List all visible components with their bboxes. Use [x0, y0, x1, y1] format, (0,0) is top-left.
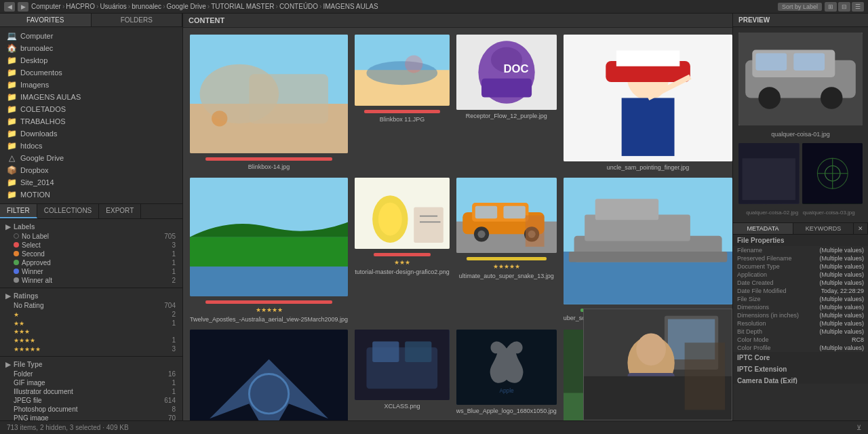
thumb-blinkbox11[interactable]: Blinkbox 11.JPG — [355, 35, 450, 171]
labels-header: ▶ Labels — [0, 222, 182, 232]
sidebar-item-desktop[interactable]: 📁 Desktop — [0, 54, 182, 66]
sidebar-item-computer[interactable]: 💻 Computer — [0, 30, 182, 42]
home-icon: 🏠 — [7, 43, 16, 53]
thumb-australia[interactable]: ★★★★★ Twelve_Apostles_-Australia_aerial_… — [190, 178, 348, 323]
view-grid-med[interactable]: ⊟ — [838, 2, 850, 12]
thumb-ship[interactable]: uber_soviet_missile_battleship_by_kara_a… — [564, 178, 732, 323]
label-winner-alt[interactable]: Winner alt 2 — [0, 276, 182, 285]
sort-button[interactable]: Sort by Label — [778, 3, 822, 11]
thumb-receptor[interactable]: DOC Receptor_Flow_12_purple.jpg — [456, 35, 557, 171]
label-winner[interactable]: Winner 1 — [0, 267, 182, 276]
tab-collections[interactable]: COLLECTIONS — [37, 204, 100, 218]
label-no-label[interactable]: No Label 705 — [0, 232, 182, 241]
thumb-apple[interactable]: Apple ws_Blue_Apple_logo_1680x1050.jpg — [456, 330, 557, 420]
filetype-ai[interactable]: Illustrator document 1 — [0, 387, 182, 396]
breadcrumb-tutorial[interactable]: TUTORIAL MASTER — [211, 3, 274, 10]
rating-4[interactable]: ★★★★ 1 — [0, 336, 182, 344]
filetype-gif[interactable]: GIF image 1 — [0, 378, 182, 387]
breadcrumb-imagens[interactable]: IMAGENS AULAS — [323, 3, 378, 10]
thumb-label-apple: ws_Blue_Apple_logo_1680x1050.jpg — [456, 408, 557, 414]
filetype-psd[interactable]: Photoshop document 8 — [0, 405, 182, 414]
thumb-label-blinkbox11: Blinkbox 11.JPG — [355, 116, 450, 123]
breadcrumb-computer[interactable]: Computer — [31, 3, 61, 10]
stars-australia: ★★★★★ — [256, 307, 283, 313]
sidebar-item-site2014[interactable]: 📁 Site_2014 — [0, 176, 182, 189]
folder-icon-coletados: 📁 — [7, 104, 16, 114]
thumb-img-apple: Apple — [456, 330, 557, 405]
tab-folders[interactable]: FOLDERS — [92, 14, 183, 26]
meta-row-preserved: Preserved Filename (Multiple values) — [733, 254, 868, 262]
status-scroll-icon: ⊻ — [856, 424, 861, 431]
sidebar-item-imagens-aulas[interactable]: 📁 IMAGENS AULAS — [0, 91, 182, 103]
meta-row-colormode: Color Mode RC8 — [733, 336, 868, 344]
tab-export[interactable]: EXPORT — [99, 204, 141, 218]
rating-5[interactable]: ★★★★★ 3 — [0, 344, 182, 353]
svg-point-4 — [212, 111, 227, 126]
meta-row-dimensions: Dimensions (Multiple values) — [733, 303, 868, 311]
sidebar-item-htdocs[interactable]: 📁 htdocs — [0, 140, 182, 152]
sidebar-scroll: 💻 Computer 🏠 brunoalec 📁 Desktop 📁 Docum… — [0, 27, 182, 420]
view-grid-small[interactable]: ⊞ — [825, 2, 837, 12]
rating-none[interactable]: No Rating 704 — [0, 301, 182, 310]
label-second[interactable]: Second 1 — [0, 250, 182, 258]
folder-icon-downloads: 📁 — [7, 129, 16, 138]
breadcrumb-hacpro[interactable]: HACPRO — [66, 3, 95, 10]
svg-rect-40 — [526, 215, 545, 246]
label-approved[interactable]: Approved 1 — [0, 258, 182, 267]
thumb-design[interactable]: ★★★ tutorial-master-design-grafico2.png — [355, 178, 450, 323]
tab-favorites[interactable]: FAVORITES — [0, 14, 92, 26]
thumb-blinkbox14[interactable]: Blinkbox-14.jpg — [190, 35, 348, 171]
sidebar-item-googledrive[interactable]: △ Google Drive — [0, 152, 182, 164]
thumb-xclass[interactable]: XCLASS.png — [355, 330, 450, 420]
preview-small-filenames: qualquer-coisa-02.jpg qualquer-coisa-03.… — [738, 208, 863, 217]
rating-2[interactable]: ★★ 1 — [0, 319, 182, 328]
forward-btn[interactable]: ▶ — [18, 2, 28, 12]
folder-icon-imagens-aulas: 📁 — [7, 92, 16, 102]
view-mode-group: ⊞ ⊟ ☰ — [825, 2, 864, 12]
meta-row-datecreated: Date Created (Multiple values) — [733, 279, 868, 287]
svg-rect-46 — [569, 252, 728, 262]
filetype-folder[interactable]: Folder 16 — [0, 370, 182, 378]
thumb-img-receptor: DOC — [456, 35, 557, 110]
svg-rect-52 — [405, 341, 431, 362]
view-list[interactable]: ☰ — [852, 2, 864, 12]
svg-point-65 — [821, 87, 843, 109]
sidebar-item-brunoalec[interactable]: 🏠 brunoalec — [0, 42, 182, 54]
preview-small-2[interactable] — [802, 143, 863, 204]
sidebar-item-downloads[interactable]: 📁 Downloads — [0, 127, 182, 140]
breadcrumb-conteudo[interactable]: CONTEÚDO — [279, 3, 318, 10]
thumb-xcom[interactable]: XCOM-EU_Aircraft_-_SkyRanger.png — [190, 330, 348, 420]
tab-metadata[interactable]: METADATA — [733, 223, 793, 234]
rating-3[interactable]: ★★★ — [0, 328, 182, 336]
breadcrumb-user[interactable]: brunoalec — [132, 3, 161, 10]
label-select[interactable]: Select 3 — [0, 241, 182, 250]
preview-small-row — [738, 143, 863, 204]
rating-1[interactable]: ★ 2 — [0, 310, 182, 319]
back-btn[interactable]: ◀ — [4, 2, 15, 12]
thumb-label-uncle-sam: uncle_sam_pointing_finger.jpg — [564, 164, 732, 171]
breadcrumb-gdrive[interactable]: Google Drive — [166, 3, 205, 10]
thumb-img-uncle-sam — [564, 35, 732, 161]
sidebar-item-motion[interactable]: 📁 MOTION — [0, 189, 182, 201]
folder-icon-site: 📁 — [7, 178, 16, 187]
tab-filter[interactable]: FILTER — [0, 204, 37, 218]
meta-close-btn[interactable]: ✕ — [854, 223, 868, 234]
filetype-png[interactable]: PNG image 70 — [0, 414, 182, 420]
breadcrumb-usuarios[interactable]: Usuários — [100, 3, 126, 10]
tab-keywords[interactable]: KEYWORDS — [793, 223, 854, 234]
thumb-car[interactable]: ★★★★★ ultimate_auto_super_snake_13.jpg — [456, 178, 557, 323]
sidebar-item-trabalhos[interactable]: 📁 TRABALHOS — [0, 115, 182, 127]
thumb-uncle-sam[interactable]: uncle_sam_pointing_finger.jpg — [564, 35, 732, 171]
preview-main-image[interactable] — [738, 33, 863, 125]
sidebar-item-documentos[interactable]: 📁 Documentos — [0, 66, 182, 79]
filetype-jpeg[interactable]: JPEG file 614 — [0, 396, 182, 405]
sidebar-item-imagens[interactable]: 📁 Imagens — [0, 79, 182, 91]
triangle-filetype-icon: ▶ — [5, 361, 11, 368]
meta-row-doctype: Document Type (Multiple values) — [733, 262, 868, 271]
sidebar-item-dropbox[interactable]: 📦 Dropbox — [0, 164, 182, 176]
preview-small-1[interactable] — [738, 143, 800, 204]
meta-row-resolution: Resolution (Multiple values) — [733, 319, 868, 328]
sidebar-item-coletados[interactable]: 📁 COLETADOS — [0, 103, 182, 115]
metadata-panel: METADATA KEYWORDS ✕ File Properties File… — [733, 222, 868, 420]
svg-rect-21 — [190, 237, 348, 267]
